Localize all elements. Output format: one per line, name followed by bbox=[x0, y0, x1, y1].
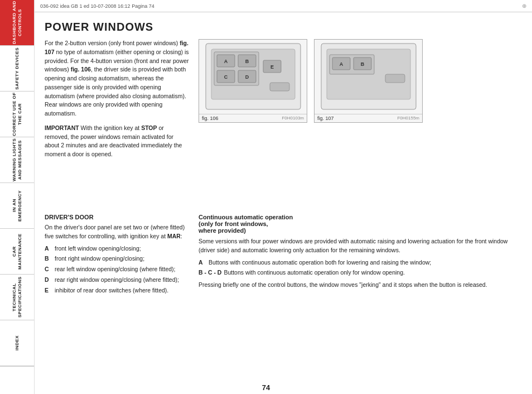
continuous-op-header: Continuous automatic operation (only for… bbox=[199, 214, 522, 234]
continuous-op-subtitle2: where provided) bbox=[199, 227, 246, 234]
drivers-door-item-c: C rear left window opening/closing (wher… bbox=[45, 265, 190, 274]
sidebar-label-safety: SAFETY DEVICES bbox=[14, 47, 20, 90]
important-block: IMPORTANT With the ignition key at STOP … bbox=[45, 124, 190, 159]
fig106-svg: A B C D bbox=[203, 41, 303, 113]
svg-text:E: E bbox=[270, 64, 273, 70]
drivers-door-intro: On the driver's door panel are set two o… bbox=[45, 223, 190, 241]
sidebar-item-correct-use[interactable]: CORRECT USE OF THE CAR bbox=[0, 92, 34, 137]
item-e-text: inhibitor of rear door switches (where f… bbox=[55, 286, 168, 295]
drivers-door-item-a: A front left window opening/closing; bbox=[45, 244, 190, 253]
fig107-image: A B bbox=[315, 40, 422, 114]
figure-106: A B C D bbox=[199, 39, 307, 123]
fig106-code: F0H0103m bbox=[282, 116, 304, 121]
print-info: 036-092 idea GB 1 ed 10-07-2008 16:12 Pa… bbox=[40, 3, 154, 9]
pressing-text: Pressing briefly one of the control butt… bbox=[199, 281, 522, 290]
sidebar-label-maintenance: CAR MAINTENANCE bbox=[12, 229, 22, 274]
sidebar-label-emergency: IN AN EMERGENCY bbox=[12, 183, 22, 228]
svg-text:D: D bbox=[245, 74, 249, 80]
fig106-caption: fig. 106 F0H0103m bbox=[199, 114, 307, 122]
figures-row: A B C D bbox=[199, 39, 522, 123]
sidebar: DASHBOARD AND CONTROLS SAFETY DEVICES CO… bbox=[0, 0, 35, 394]
sidebar-label-index: INDEX bbox=[14, 335, 20, 350]
item-a-text: front left window opening/closing; bbox=[55, 244, 141, 253]
continuous-op-intro: Some versions with four power windows ar… bbox=[199, 237, 522, 255]
sidebar-item-warning[interactable]: WARNING LIGHTS AND MESSAGES bbox=[0, 137, 34, 183]
item-e-label: E bbox=[45, 286, 52, 295]
top-section: For the 2-button version (only front pow… bbox=[45, 39, 522, 214]
item-c-label: C bbox=[45, 265, 52, 274]
continuous-op-section: Continuous automatic operation (only for… bbox=[199, 214, 522, 388]
left-column: For the 2-button version (only front pow… bbox=[45, 39, 190, 214]
content-area: POWER WINDOWS For the 2-button version (… bbox=[35, 12, 532, 394]
item-a-label: A bbox=[45, 244, 52, 253]
svg-text:B: B bbox=[245, 59, 249, 64]
page-number: 74 bbox=[0, 383, 532, 392]
intro-paragraph: For the 2-button version (only front pow… bbox=[45, 39, 190, 118]
fig107-svg: A B bbox=[318, 41, 419, 113]
svg-rect-13 bbox=[270, 83, 289, 91]
drivers-door-item-b: B front right window opening/closing; bbox=[45, 254, 190, 263]
top-bar: 036-092 idea GB 1 ed 10-07-2008 16:12 Pa… bbox=[35, 0, 532, 12]
drivers-door-item-e: E inhibitor of rear door switches (where… bbox=[45, 286, 190, 295]
fig107-caption: fig. 107 F0H0155m bbox=[315, 114, 422, 122]
fig106-image: A B C D bbox=[199, 40, 307, 114]
svg-rect-21 bbox=[385, 74, 405, 83]
sidebar-item-dashboard-controls[interactable]: DASHBOARD AND CONTROLS bbox=[0, 0, 34, 46]
item-b-label: B bbox=[45, 254, 52, 263]
drivers-door-header: DRIVER'S DOOR bbox=[45, 214, 190, 220]
fig106-label: fig. 106 bbox=[202, 116, 219, 121]
cont-a-label: A bbox=[199, 258, 206, 267]
svg-text:C: C bbox=[224, 74, 228, 80]
sidebar-item-index[interactable]: INDEX bbox=[0, 320, 34, 366]
sidebar-label-warning: WARNING LIGHTS AND MESSAGES bbox=[12, 137, 22, 182]
sidebar-item-safety[interactable]: SAFETY DEVICES bbox=[0, 46, 34, 92]
cont-a-text: Buttons with continuous automatic operat… bbox=[209, 258, 431, 267]
sidebar-label-correct-use: CORRECT USE OF THE CAR bbox=[12, 92, 22, 137]
cont-bcd-text: Buttons with continuous automatic operat… bbox=[224, 268, 405, 277]
drivers-door-section: DRIVER'S DOOR On the driver's door panel… bbox=[45, 214, 190, 388]
item-d-label: D bbox=[45, 276, 52, 285]
sidebar-item-emergency[interactable]: IN AN EMERGENCY bbox=[0, 183, 34, 229]
page-title: POWER WINDOWS bbox=[45, 21, 522, 33]
sidebar-label-technical: TECHNICAL SPECIFICATIONS bbox=[12, 275, 22, 320]
item-c-text: rear left window opening/closing (where … bbox=[55, 265, 176, 274]
sidebar-item-technical[interactable]: TECHNICAL SPECIFICATIONS bbox=[0, 275, 34, 320]
important-label: IMPORTANT bbox=[45, 124, 79, 131]
bottom-section: DRIVER'S DOOR On the driver's door panel… bbox=[45, 214, 522, 388]
item-b-text: front right window opening/closing; bbox=[55, 254, 144, 263]
continuous-op-item-a: A Buttons with continuous automatic oper… bbox=[199, 258, 522, 267]
svg-text:A: A bbox=[224, 59, 228, 64]
registration-mark: ⊕ bbox=[522, 3, 526, 9]
main-content: 036-092 idea GB 1 ed 10-07-2008 16:12 Pa… bbox=[35, 0, 532, 394]
fig107-label: fig. 107 bbox=[317, 116, 334, 121]
drivers-door-item-d: D rear right window opening/closing (whe… bbox=[45, 276, 190, 285]
svg-text:B: B bbox=[360, 61, 364, 67]
sidebar-label-dashboard: DASHBOARD AND CONTROLS bbox=[12, 0, 22, 45]
svg-text:A: A bbox=[339, 61, 343, 67]
sidebar-item-maintenance[interactable]: CAR MAINTENANCE bbox=[0, 229, 34, 275]
right-column: A B C D bbox=[199, 39, 522, 214]
figure-107: A B fig. 107 F0H0155m bbox=[314, 39, 423, 123]
continuous-op-subtitle: (only for front windows, bbox=[199, 220, 268, 227]
cont-bcd-label: B - C - D bbox=[199, 268, 221, 277]
continuous-op-item-bcd: B - C - D Buttons with continuous automa… bbox=[199, 268, 522, 277]
item-d-text: rear right window opening/closing (where… bbox=[55, 276, 179, 285]
fig107-code: F0H0155m bbox=[397, 116, 419, 121]
continuous-op-title: Continuous automatic operation bbox=[199, 214, 293, 220]
